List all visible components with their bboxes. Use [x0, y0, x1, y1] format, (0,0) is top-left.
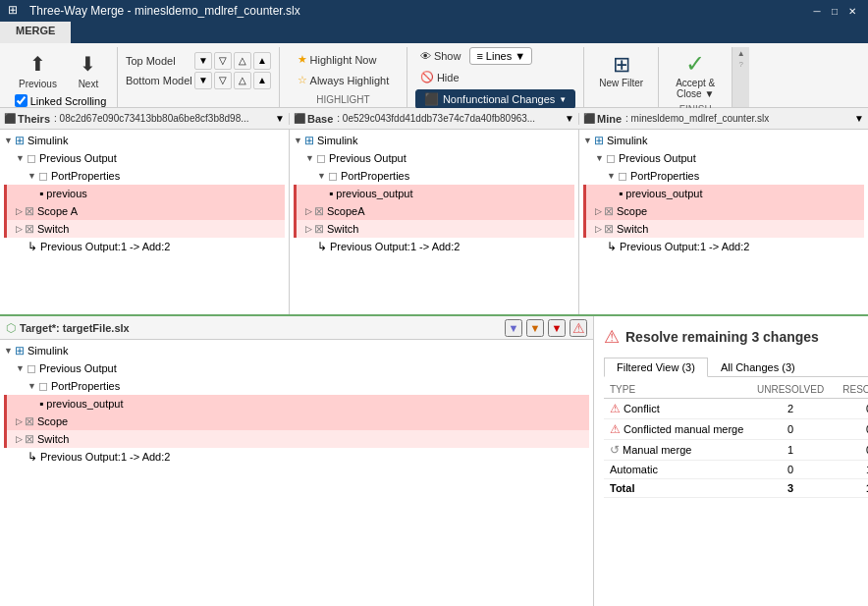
- list-item[interactable]: ▷ ⊠ ScopeA: [294, 202, 574, 220]
- bottom-model-btn-2[interactable]: ▽: [214, 72, 232, 89]
- target-title: Target*: targetFile.slx: [20, 322, 130, 334]
- next-button[interactable]: ⬇ Next: [68, 47, 109, 92]
- properties-icon: ◻: [38, 169, 48, 183]
- list-item[interactable]: ▼ ⊞ Simulink: [4, 342, 589, 359]
- manual-merge-icon: ↺: [610, 443, 620, 457]
- target-conflict-btn[interactable]: ⚠: [570, 319, 587, 337]
- ribbon-scrollbar[interactable]: ▲ ?: [732, 47, 749, 107]
- list-item[interactable]: ▼ ◻ PortProperties: [4, 167, 285, 185]
- all-changes-tab[interactable]: All Changes (3): [708, 358, 808, 376]
- list-item[interactable]: ↳ Previous Output:1 -> Add:2: [294, 238, 574, 255]
- highlight-now-button[interactable]: ★ Highlight Now: [293, 50, 382, 69]
- switch-icon: ⊠: [604, 222, 614, 236]
- bottom-model-btn-3[interactable]: △: [234, 72, 251, 89]
- link-icon: ↳: [607, 240, 617, 253]
- top-model-btn-1[interactable]: ▼: [194, 52, 212, 70]
- resolve-title: Resolve remaining 3 changes: [625, 329, 819, 345]
- bottom-model-btn-1[interactable]: ▼: [194, 72, 212, 89]
- expand-icon: ▼: [595, 153, 604, 163]
- show-button[interactable]: 👁 Show: [415, 47, 466, 65]
- model-buttons: Top Model ▼ ▽ △ ▲ Bottom Model ▼ ▽ △ ▲: [126, 52, 271, 89]
- list-item[interactable]: ▼ ⊞ Simulink: [4, 132, 285, 149]
- item-icon: ▪: [39, 397, 43, 411]
- total-unresolved: 3: [751, 479, 830, 498]
- automatic-resolved: 1: [830, 461, 868, 479]
- table-row[interactable]: Automatic 0 1: [604, 461, 868, 479]
- mine-panel: ▼ ⊞ Simulink ▼ ◻ Previous Output ▼ ◻ Por…: [579, 130, 868, 314]
- target-btn-1[interactable]: ▼: [505, 319, 522, 337]
- list-item[interactable]: ▷ ⊠ Scope A: [4, 202, 285, 220]
- list-item[interactable]: ▷ ⊠ Switch: [4, 220, 285, 238]
- table-row[interactable]: ↺ Manual merge 1 0: [604, 440, 868, 461]
- tab-merge[interactable]: MERGE: [0, 22, 71, 43]
- resolved-column-header: RESOLVED: [830, 381, 868, 399]
- top-model-btn-3[interactable]: △: [234, 52, 251, 70]
- highlight-now-row: ★ Highlight Now: [293, 50, 395, 69]
- list-item[interactable]: ▷ ⊠ Scope: [4, 413, 589, 430]
- list-item[interactable]: ▪ previous: [4, 185, 285, 202]
- list-item[interactable]: ▪ previous_output: [4, 395, 589, 413]
- list-item[interactable]: ▼ ◻ Previous Output: [4, 359, 589, 377]
- total-label: Total: [604, 479, 751, 498]
- list-item[interactable]: ▼ ◻ PortProperties: [4, 377, 589, 395]
- nonfunctional-changes-button[interactable]: ⬛ Nonfunctional Changes ▼: [415, 89, 575, 109]
- list-item[interactable]: ▼ ⊞ Simulink: [583, 132, 864, 149]
- hide-button[interactable]: 🚫 Hide: [415, 68, 464, 86]
- lines-icon: ≡: [476, 50, 482, 62]
- list-item[interactable]: ↳ Previous Output:1 -> Add:2: [4, 238, 285, 255]
- lines-dropdown-icon: ▼: [515, 50, 525, 62]
- checkmark-icon: ✓: [685, 50, 705, 78]
- base-panel-header: ⬛ Base : 0e529c043fdd41ddb73e74c7da40fb8…: [290, 113, 579, 125]
- bottom-model-btn-4[interactable]: ▲: [253, 72, 271, 89]
- list-item[interactable]: ▼ ◻ PortProperties: [294, 167, 574, 185]
- maximize-button[interactable]: □: [827, 3, 842, 19]
- base-dropdown[interactable]: ▼: [565, 113, 574, 124]
- minimize-button[interactable]: ─: [809, 3, 825, 19]
- list-item[interactable]: ▼ ⊞ Simulink: [294, 132, 574, 149]
- table-row[interactable]: ⚠ Conflict 2 0: [604, 399, 868, 419]
- list-item[interactable]: ↳ Previous Output:1 -> Add:2: [4, 448, 589, 466]
- lines-button[interactable]: ≡ Lines ▼: [469, 47, 532, 65]
- theirs-dropdown[interactable]: ▼: [275, 113, 285, 124]
- list-item[interactable]: ▷ ⊠ Switch: [294, 220, 574, 238]
- mine-dropdown[interactable]: ▼: [854, 113, 864, 124]
- list-item[interactable]: ▪ previous_output: [583, 185, 864, 202]
- top-model-btn-2[interactable]: ▽: [214, 52, 232, 70]
- target-tree: ▼ ⊞ Simulink ▼ ◻ Previous Output ▼ ◻ Por…: [0, 340, 593, 468]
- mine-value: : minesldemo_mdlref_counter.slx: [625, 113, 769, 124]
- target-btn-2[interactable]: ▼: [526, 319, 544, 337]
- list-item[interactable]: ↳ Previous Output:1 -> Add:2: [583, 238, 864, 255]
- list-item[interactable]: ▷ ⊠ Scope: [583, 202, 864, 220]
- list-item[interactable]: ▼ ◻ Previous Output: [583, 149, 864, 167]
- list-item[interactable]: ▷ ⊠ Switch: [583, 220, 864, 238]
- accept-close-button[interactable]: ✓ Accept &Close ▼: [667, 47, 724, 102]
- conflicted-manual-unresolved: 0: [751, 419, 830, 440]
- linked-scrolling-checkbox[interactable]: Linked Scrolling: [15, 94, 107, 107]
- highlight-group: ★ Highlight Now ☆ Always Highlight HIGHL…: [280, 47, 407, 107]
- new-filter-button[interactable]: ⊞ New Filter: [592, 49, 650, 91]
- mine-panel-header: ⬛ Mine : minesldemo_mdlref_counter.slx ▼: [579, 113, 868, 125]
- compare-panels: ▼ ⊞ Simulink ▼ ◻ Previous Output ▼ ◻ Por…: [0, 130, 868, 316]
- top-model-btn-4[interactable]: ▲: [253, 52, 271, 70]
- app-icon: ⊞: [8, 3, 24, 19]
- list-item[interactable]: ▼ ◻ Previous Output: [294, 149, 574, 167]
- list-item[interactable]: ▼ ◻ PortProperties: [583, 167, 864, 185]
- manual-unresolved: 1: [751, 440, 830, 461]
- close-button[interactable]: ✕: [844, 3, 860, 19]
- filtered-view-tab[interactable]: Filtered View (3): [604, 358, 708, 377]
- previous-button[interactable]: ⬆ Previous: [12, 47, 64, 92]
- switch-icon: ⊠: [314, 222, 324, 236]
- list-item[interactable]: ▷ ⊠ Switch: [4, 430, 589, 448]
- list-item[interactable]: ▼ ◻ Previous Output: [4, 149, 285, 167]
- resolve-warning-icon: ⚠: [604, 326, 620, 348]
- always-highlight-button[interactable]: ☆ Always Highlight: [293, 71, 395, 89]
- bottom-model-row: Bottom Model ▼ ▽ △ ▲: [126, 72, 271, 89]
- navigate-group: ⬆ Previous ⬇ Next Linked Scrolling Top M…: [4, 47, 118, 107]
- table-row[interactable]: ⚠ Conflicted manual merge 0 0: [604, 419, 868, 440]
- expand-icon: ▼: [27, 381, 36, 391]
- target-btn-3[interactable]: ▼: [548, 319, 566, 337]
- folder-icon: ◻: [27, 361, 36, 375]
- theirs-panel-header: ⬛ Theirs : 08c2d67e090c73413bb80a6be8cf3…: [0, 113, 290, 125]
- list-item[interactable]: ▪ previous_output: [294, 185, 574, 202]
- properties-icon: ◻: [328, 169, 338, 183]
